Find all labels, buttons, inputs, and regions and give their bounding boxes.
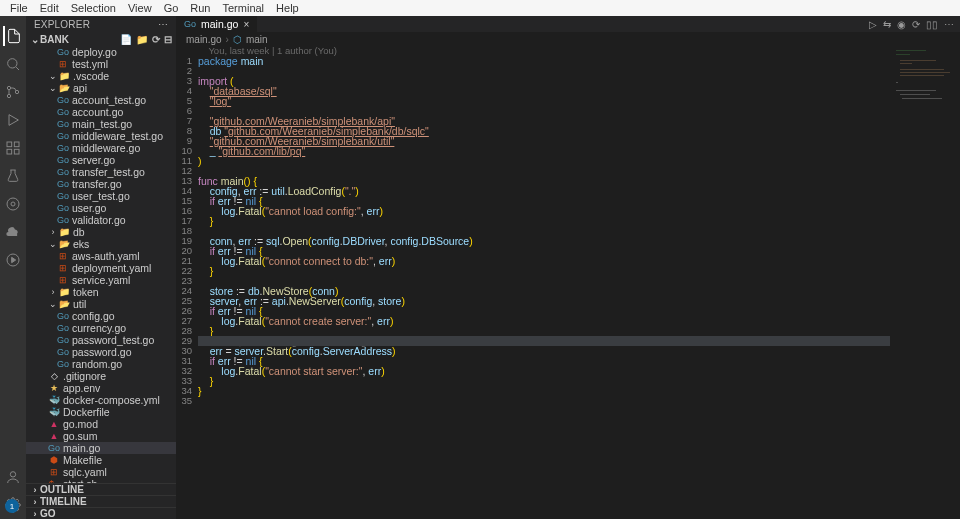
file-deployment-yaml[interactable]: ⊞deployment.yaml (26, 262, 176, 274)
file-validator-go[interactable]: Govalidator.go (26, 214, 176, 226)
file-random-go[interactable]: Gorandom.go (26, 358, 176, 370)
file-middleware-go[interactable]: Gomiddleware.go (26, 142, 176, 154)
file-password_test-go[interactable]: Gopassword_test.go (26, 334, 176, 346)
new-folder-icon[interactable]: 📁 (136, 34, 148, 45)
file-Dockerfile[interactable]: 🐳Dockerfile (26, 406, 176, 418)
menu-help[interactable]: Help (270, 2, 305, 14)
folder-eks[interactable]: ⌄📂eks (26, 238, 176, 250)
folder-token[interactable]: ›📁token (26, 286, 176, 298)
menu-file[interactable]: File (4, 2, 34, 14)
file-aws-auth-yaml[interactable]: ⊞aws-auth.yaml (26, 250, 176, 262)
file-go-mod[interactable]: ▲go.mod (26, 418, 176, 430)
file-app-env[interactable]: ★app.env (26, 382, 176, 394)
gitlens-icon[interactable] (3, 194, 23, 214)
code-line[interactable]: } (198, 376, 960, 386)
code-line[interactable]: "log" (198, 96, 960, 106)
compare-icon[interactable]: ⇆ (883, 19, 891, 30)
code-line[interactable]: _ "github.com/lib/pq" (198, 146, 960, 156)
file-user_test-go[interactable]: Gouser_test.go (26, 190, 176, 202)
split-icon[interactable]: ▯▯ (926, 19, 938, 30)
file-sqlc-yaml[interactable]: ⊞sqlc.yaml (26, 466, 176, 478)
file-test-yml[interactable]: ⊞test.yml (26, 58, 176, 70)
file-transfer-go[interactable]: Gotransfer.go (26, 178, 176, 190)
code-line[interactable]: config, err := util.LoadConfig(".") (198, 186, 960, 196)
folder--vscode[interactable]: ⌄📁.vscode (26, 70, 176, 82)
code-line[interactable] (198, 66, 960, 76)
folder-api[interactable]: ⌄📂api (26, 82, 176, 94)
close-icon[interactable]: × (243, 19, 249, 30)
menu-terminal[interactable]: Terminal (217, 2, 271, 14)
code-lines[interactable]: You, last week | 1 author (You)package m… (198, 46, 960, 519)
code-line[interactable]: package main (198, 56, 960, 66)
code-line[interactable]: log.Fatal("connot connect to db:", err) (198, 256, 960, 266)
file-password-go[interactable]: Gopassword.go (26, 346, 176, 358)
testing-icon[interactable] (3, 166, 23, 186)
new-file-icon[interactable]: 📄 (120, 34, 132, 45)
file-user-go[interactable]: Gouser.go (26, 202, 176, 214)
code-line[interactable]: ) (198, 156, 960, 166)
more-icon[interactable]: ⋯ (944, 19, 954, 30)
refresh-icon[interactable]: ⟳ (152, 34, 160, 45)
file-docker-compose-yml[interactable]: 🐳docker-compose.yml (26, 394, 176, 406)
extensions-icon[interactable] (3, 138, 23, 158)
menu-run[interactable]: Run (184, 2, 216, 14)
file-config-go[interactable]: Goconfig.go (26, 310, 176, 322)
search-icon[interactable] (3, 54, 23, 74)
file-Makefile[interactable]: ⬢Makefile (26, 454, 176, 466)
code-line[interactable]: import ( (198, 76, 960, 86)
file-middleware_test-go[interactable]: Gomiddleware_test.go (26, 130, 176, 142)
play-circle-icon[interactable] (3, 250, 23, 270)
file-main_test-go[interactable]: Gomain_test.go (26, 118, 176, 130)
menu-selection[interactable]: Selection (65, 2, 122, 14)
code-line[interactable]: } (198, 266, 960, 276)
settings-icon[interactable]: 1 (3, 495, 23, 515)
code-line[interactable]: conn, err := sql.Open(config.DBDriver, c… (198, 236, 960, 246)
cloud-icon[interactable] (3, 222, 23, 242)
file--gitignore[interactable]: ◇.gitignore (26, 370, 176, 382)
code-line[interactable]: } (198, 216, 960, 226)
code-line[interactable]: } (198, 386, 960, 396)
folder-util[interactable]: ⌄📂util (26, 298, 176, 310)
file-deploy-go[interactable]: Godeploy.go (26, 46, 176, 58)
file-go-sum[interactable]: ▲go.sum (26, 430, 176, 442)
code-line[interactable] (198, 396, 960, 406)
code-line[interactable]: err = server.Start(config.ServerAddress) (198, 346, 960, 356)
file-server-go[interactable]: Goserver.go (26, 154, 176, 166)
minimap[interactable] (890, 46, 960, 216)
collapse-icon[interactable]: ⊟ (164, 34, 172, 45)
source-control-icon[interactable] (3, 82, 23, 102)
git-icon[interactable]: ◉ (897, 19, 906, 30)
code-line[interactable]: server, err := api.NewServer(config, sto… (198, 296, 960, 306)
file-main-go[interactable]: Gomain.go (26, 442, 176, 454)
menu-edit[interactable]: Edit (34, 2, 65, 14)
refresh-icon[interactable]: ⟳ (912, 19, 920, 30)
project-header[interactable]: ⌄ BANK 📄 📁 ⟳ ⊟ (26, 32, 176, 46)
code-line[interactable]: log.Fatal("cannot start server:", err) (198, 366, 960, 376)
breadcrumb[interactable]: main.go › ⬡ main (176, 32, 960, 46)
sidebar-more-icon[interactable]: ⋯ (158, 19, 168, 30)
code-line[interactable]: log.Fatal("cannot load config:", err) (198, 206, 960, 216)
tab-main-go[interactable]: Go main.go × (176, 16, 257, 32)
explorer-icon[interactable] (3, 26, 23, 46)
code-line[interactable]: "github.com/Weeranieb/simplebank/util" (198, 136, 960, 146)
outline-section[interactable]: ›OUTLINE (26, 483, 176, 495)
code-line[interactable]: log.Fatal("cannot create server:", err) (198, 316, 960, 326)
accounts-icon[interactable] (3, 467, 23, 487)
timeline-section[interactable]: ›TIMELINE (26, 495, 176, 507)
file-account-go[interactable]: Goaccount.go (26, 106, 176, 118)
code-line[interactable]: "database/sql" (198, 86, 960, 96)
go-section[interactable]: ›GO (26, 507, 176, 519)
file-service-yaml[interactable]: ⊞service.yaml (26, 274, 176, 286)
code-editor[interactable]: 1234567891011121314151617181920212223242… (176, 46, 960, 519)
run-debug-icon[interactable] (3, 110, 23, 130)
menu-view[interactable]: View (122, 2, 158, 14)
breadcrumb-symbol[interactable]: main (246, 34, 268, 45)
file-transfer_test-go[interactable]: Gotransfer_test.go (26, 166, 176, 178)
run-icon[interactable]: ▷ (869, 19, 877, 30)
file-currency-go[interactable]: Gocurrency.go (26, 322, 176, 334)
menu-go[interactable]: Go (158, 2, 185, 14)
file-account_test-go[interactable]: Goaccount_test.go (26, 94, 176, 106)
breadcrumb-file[interactable]: main.go (186, 34, 222, 45)
folder-db[interactable]: ›📁db (26, 226, 176, 238)
code-line[interactable] (198, 166, 960, 176)
